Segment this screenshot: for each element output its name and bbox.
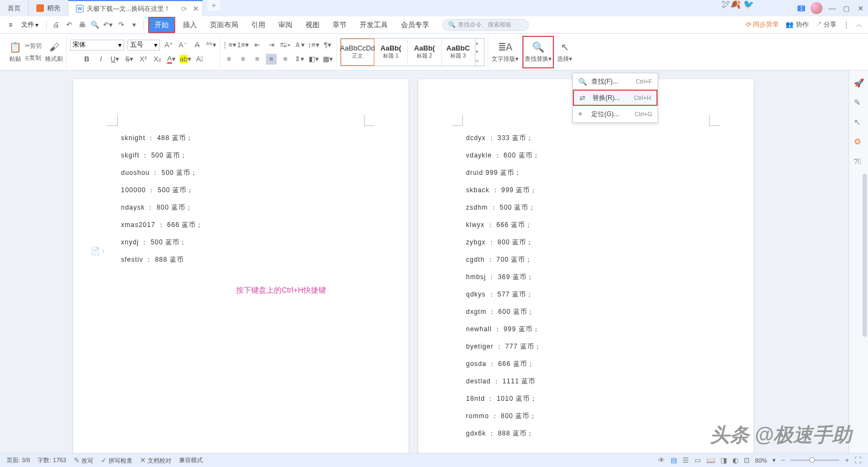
status-mode[interactable]: 兼容模式 xyxy=(179,456,203,464)
indent-icon[interactable]: ⇥ xyxy=(266,40,277,51)
ribbon-tab-insert[interactable]: 插入 xyxy=(177,18,202,32)
ribbon-tab-view[interactable]: 视图 xyxy=(300,18,325,32)
status-edit[interactable]: ✎ 改写 xyxy=(74,456,93,465)
bullets-icon[interactable]: ⋮≡▾ xyxy=(224,40,234,51)
rocket-icon[interactable]: 🚀 xyxy=(854,78,864,88)
strike-icon[interactable]: S̶▾ xyxy=(124,54,135,65)
select-button[interactable]: ↖选择▾ xyxy=(557,41,572,63)
zoom-value[interactable]: 80% xyxy=(755,457,767,464)
redo-icon[interactable]: ↷ xyxy=(116,20,126,30)
ribbon-tab-ref[interactable]: 引用 xyxy=(246,18,271,32)
close-tab-icon[interactable]: ✕ xyxy=(193,4,199,13)
zoom-slider[interactable] xyxy=(790,459,839,461)
dropdown-goto[interactable]: ⌖定位(G)...Ctrl+G xyxy=(573,106,658,122)
ribbon-tab-start[interactable]: 开始 xyxy=(148,17,175,33)
shrink-font-icon[interactable]: A⁻ xyxy=(177,40,188,51)
grow-font-icon[interactable]: A⁺ xyxy=(163,40,174,51)
zoom-out-icon[interactable]: − xyxy=(781,456,786,464)
avatar[interactable] xyxy=(810,2,822,14)
tab-home[interactable]: 首页 xyxy=(0,0,29,16)
ribbon-tab-section[interactable]: 章节 xyxy=(327,18,352,32)
view-web-icon[interactable]: ▭ xyxy=(694,456,701,464)
style-body[interactable]: AaBbCcDd正文 xyxy=(341,39,374,66)
font-name-combo[interactable]: 宋体▾ xyxy=(70,40,124,51)
cut-button[interactable]: ✂ 剪切 xyxy=(25,41,42,52)
tab-document[interactable]: W 天极下载—文...换码在这里！ ⟳ ✕ xyxy=(68,0,203,16)
bold-icon[interactable]: B xyxy=(81,54,92,65)
help-icon[interactable]: ?⃝ xyxy=(854,156,864,166)
status-page[interactable]: 页面: 3/8 xyxy=(7,456,30,464)
view-outline-icon[interactable]: ☰ xyxy=(682,456,689,464)
align-left-icon[interactable]: ≡ xyxy=(224,54,234,65)
ruler-icon[interactable]: ⊡ xyxy=(744,456,750,464)
dropdown-find[interactable]: 🔍查找(F)...Ctrl+F xyxy=(573,73,658,90)
status-proof[interactable]: ✕ 文档校对 xyxy=(140,456,171,465)
borders-icon[interactable]: ▦▾ xyxy=(322,54,333,65)
view-print-icon[interactable]: ▤ xyxy=(671,456,677,464)
style-h3[interactable]: AaBbC标题 3 xyxy=(442,39,475,66)
ribbon-tab-layout[interactable]: 页面布局 xyxy=(205,18,244,32)
settings-icon[interactable]: ⚙ xyxy=(854,137,864,147)
style-gallery[interactable]: AaBbCcDd正文 AaBb(标题 1 AaBb(标题 2 AaBbC标题 3… xyxy=(340,38,484,66)
ribbon-tab-dev[interactable]: 开发工具 xyxy=(354,18,393,32)
shading-icon[interactable]: ◧▾ xyxy=(308,54,319,65)
more-icon[interactable]: ▾ xyxy=(129,20,139,30)
scrollbar-thumb[interactable] xyxy=(863,174,867,337)
nightmode-icon[interactable]: ◐ xyxy=(732,456,738,464)
outdent-icon[interactable]: ⇤ xyxy=(252,40,263,51)
hamburger-icon[interactable]: ≡ xyxy=(5,20,16,30)
preview-icon[interactable]: 🔍 xyxy=(90,20,100,30)
status-spell[interactable]: ✓ 拼写检查 xyxy=(101,456,132,465)
clear-format-icon[interactable]: A̶ xyxy=(192,40,202,51)
paste-button[interactable]: 📋粘贴 xyxy=(9,41,22,63)
undo-icon[interactable]: ↶ xyxy=(64,20,74,30)
fullscreen-icon[interactable]: ⛶ xyxy=(854,456,861,464)
collapse-icon[interactable]: ︿ xyxy=(856,20,863,29)
add-tab-button[interactable]: ＋ xyxy=(207,0,220,11)
print-icon[interactable]: 🖶 xyxy=(77,20,87,30)
style-scroll[interactable]: ▴▾≡ xyxy=(475,39,484,66)
eye-icon[interactable]: 👁 xyxy=(658,456,665,464)
case-icon[interactable]: ᴬᵇ▾ xyxy=(206,40,216,51)
style-h1[interactable]: AaBb(标题 1 xyxy=(374,39,408,66)
save-icon[interactable]: 🖨 xyxy=(51,20,61,30)
pilcrow-icon[interactable]: ¶▾ xyxy=(322,40,333,51)
format-brush-button[interactable]: 🖌格式刷 xyxy=(45,41,63,63)
overflow-icon[interactable]: ⋮ xyxy=(843,21,850,29)
align-right-icon[interactable]: ≡ xyxy=(252,54,263,65)
subscript-icon[interactable]: X₂ xyxy=(152,54,163,65)
ribbon-tab-member[interactable]: 会员专享 xyxy=(395,18,435,32)
sync-status[interactable]: ⟳ 同步异常 xyxy=(746,20,779,29)
file-menu[interactable]: 文件 ▾ xyxy=(18,19,42,30)
ribbon-tab-review[interactable]: 审阅 xyxy=(273,18,298,32)
font-color-icon[interactable]: A▾ xyxy=(166,54,177,65)
view-read-icon[interactable]: 📖 xyxy=(706,456,715,464)
pen-icon[interactable]: ✎ xyxy=(854,98,864,108)
italic-icon[interactable]: I xyxy=(95,54,106,65)
document-workspace[interactable]: 📄 › sknight ： 488 蓝币；skgift ： 500 蓝币；duo… xyxy=(0,71,848,453)
line-spacing-icon[interactable]: ↕≡▾ xyxy=(308,40,319,51)
share-button[interactable]: ↗ 分享 xyxy=(815,20,837,29)
align-center-icon[interactable]: ≡ xyxy=(238,54,248,65)
underline-icon[interactable]: U▾ xyxy=(110,54,120,65)
highlight-icon[interactable]: ab▾ xyxy=(180,54,191,65)
tab-icon[interactable]: ⭾▾ xyxy=(280,40,291,51)
pointer-icon[interactable]: ↖ xyxy=(854,117,864,127)
copy-button[interactable]: ⎘ 复制 xyxy=(25,53,42,64)
collab-button[interactable]: 👥 协作 xyxy=(786,20,808,29)
focus-icon[interactable]: ◨ xyxy=(720,456,727,464)
zoom-in-icon[interactable]: + xyxy=(845,456,849,464)
superscript-icon[interactable]: X² xyxy=(138,54,149,65)
char-shading-icon[interactable]: Ａ▾ xyxy=(294,40,305,51)
numbering-icon[interactable]: 1≡▾ xyxy=(238,40,248,51)
undo2-icon[interactable]: ↶▾ xyxy=(103,20,113,30)
notify-badge[interactable]: 1 xyxy=(797,5,805,11)
status-words[interactable]: 字数: 1763 xyxy=(37,456,66,464)
spacing-icon[interactable]: ⇕▾ xyxy=(294,54,305,65)
tab-daoke[interactable]: 稻壳 xyxy=(29,0,68,16)
command-search[interactable]: 🔍 查找命令、搜索模板 xyxy=(442,19,529,31)
close-window-icon[interactable]: ✕ xyxy=(856,4,865,12)
find-replace-button[interactable]: 🔍查找替换▾ xyxy=(525,41,552,63)
align-justify-icon[interactable]: ≡ xyxy=(266,54,277,65)
font-size-combo[interactable]: 五号▾ xyxy=(127,40,160,51)
